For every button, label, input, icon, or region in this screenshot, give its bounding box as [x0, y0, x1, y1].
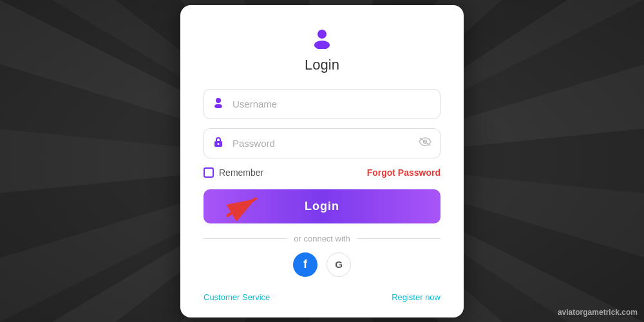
- forgot-password-link[interactable]: Forgot Password: [367, 167, 440, 178]
- divider-left: [204, 238, 287, 239]
- eye-icon[interactable]: [419, 137, 431, 149]
- facebook-button[interactable]: f: [293, 252, 317, 277]
- svg-point-35: [214, 104, 222, 109]
- username-input[interactable]: [204, 89, 440, 119]
- login-card: Login: [180, 5, 464, 317]
- remember-checkbox[interactable]: [204, 167, 214, 178]
- or-connect-text: or connect with: [294, 234, 350, 243]
- card-header: Login: [204, 26, 440, 73]
- svg-point-32: [317, 30, 327, 39]
- divider-right: [357, 238, 440, 239]
- card-title: Login: [305, 57, 339, 73]
- user-icon: [310, 26, 334, 54]
- register-now-link[interactable]: Register now: [392, 292, 440, 302]
- watermark: aviatorgametrick.com: [558, 308, 638, 317]
- lock-icon: [213, 136, 224, 150]
- or-connect-row: or connect with: [204, 234, 440, 243]
- login-button[interactable]: Login: [204, 189, 440, 223]
- login-button-wrapper: Login: [204, 189, 440, 223]
- google-button[interactable]: G: [327, 252, 351, 277]
- customer-service-link[interactable]: Customer Service: [204, 292, 270, 302]
- svg-point-37: [218, 143, 220, 145]
- remember-label[interactable]: Remember: [204, 167, 263, 178]
- svg-point-34: [216, 98, 221, 103]
- remember-row: Remember Forgot Password: [204, 167, 440, 178]
- remember-text: Remember: [219, 167, 263, 178]
- user-field-icon: [213, 97, 224, 111]
- password-group: [204, 128, 440, 158]
- svg-point-33: [314, 41, 330, 49]
- username-group: [204, 89, 440, 119]
- card-footer: Customer Service Register now: [204, 290, 440, 302]
- social-icons-row: f G: [204, 252, 440, 277]
- password-input[interactable]: [204, 128, 440, 158]
